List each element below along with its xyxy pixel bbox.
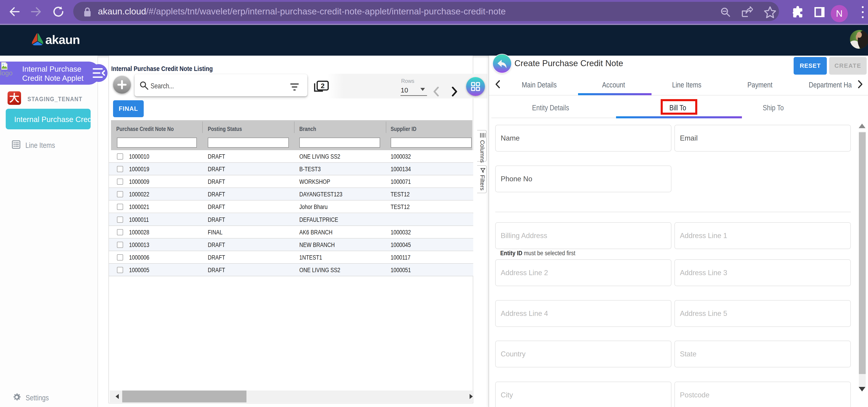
svg-text:2: 2 xyxy=(321,82,325,90)
